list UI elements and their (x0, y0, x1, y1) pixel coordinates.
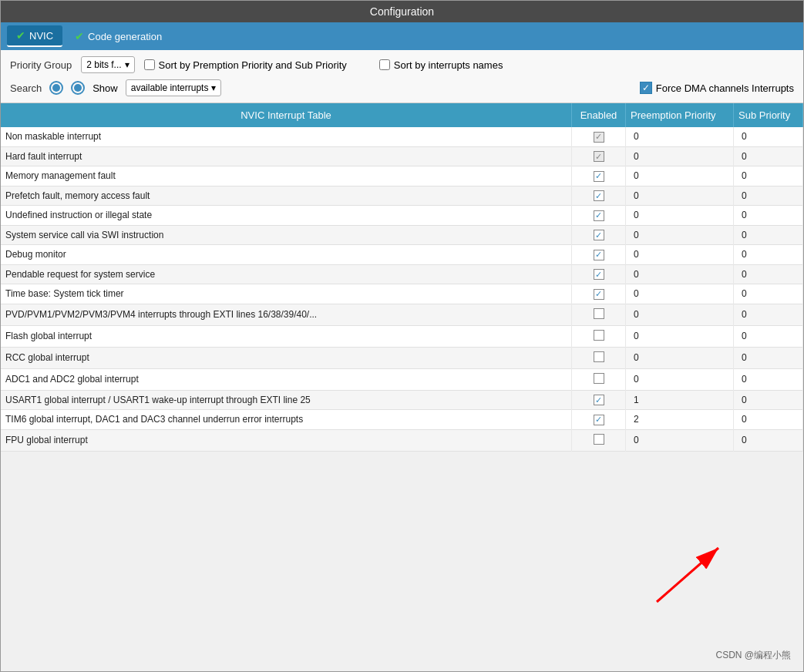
show-select[interactable]: available interrupts ▾ (126, 79, 222, 96)
tab-nvic-label: NVIC (29, 30, 53, 42)
cell-sub-priority: 0 (734, 304, 803, 325)
cell-interrupt-name: Prefetch fault, memory access fault (1, 186, 572, 206)
cell-enabled[interactable] (572, 146, 626, 166)
table-row: PVD/PVM1/PVM2/PVM3/PVM4 interrupts throu… (1, 304, 803, 325)
cell-interrupt-name: Time base: System tick timer (1, 284, 572, 304)
cell-sub-priority: 0 (734, 347, 803, 368)
cell-preemption: 0 (626, 325, 734, 347)
table-row: FPU global interrupt00 (1, 429, 803, 451)
force-dma-label: Force DMA channels Interrupts (656, 82, 794, 94)
sort-interrupts-checkbox-label[interactable]: Sort by interrupts names (379, 59, 503, 71)
cell-interrupt-name: Non maskable interrupt (1, 127, 572, 146)
configuration-window: Configuration ✔ NVIC ✔ Code generation P… (0, 0, 804, 672)
cell-enabled[interactable] (572, 410, 626, 430)
enabled-checkbox[interactable] (594, 415, 604, 425)
cell-sub-priority: 0 (734, 325, 803, 347)
bottom-area (1, 563, 803, 671)
tab-nvic[interactable]: ✔ NVIC (7, 25, 62, 47)
cell-enabled[interactable] (572, 186, 626, 206)
col-header-name: NVIC Interrupt Table (1, 103, 572, 127)
enabled-checkbox[interactable] (594, 190, 604, 201)
sort-premption-checkbox[interactable] (144, 59, 155, 70)
enabled-checkbox[interactable] (594, 230, 604, 240)
table-row: USART1 global interrupt / USART1 wake-up… (1, 390, 803, 410)
cell-preemption: 0 (626, 368, 734, 390)
svg-line-1 (657, 548, 718, 602)
cell-preemption: 0 (626, 347, 734, 368)
cell-interrupt-name: ADC1 and ADC2 global interrupt (1, 368, 572, 390)
search-radio-btn[interactable] (49, 81, 63, 95)
table-row: Non maskable interrupt00 (1, 127, 803, 146)
table-row: Undefined instruction or illegal state00 (1, 206, 803, 226)
tab-code-gen-label: Code generation (88, 31, 162, 42)
cell-sub-priority: 0 (734, 127, 803, 146)
cell-sub-priority: 0 (734, 186, 803, 206)
table-row: RCC global interrupt00 (1, 347, 803, 368)
sort-premption-checkbox-label[interactable]: Sort by Premption Priority and Sub Prior… (144, 59, 347, 71)
table-row: Hard fault interrupt00 (1, 146, 803, 166)
tab-code-generation[interactable]: ✔ Code generation (66, 26, 171, 46)
code-gen-check-icon: ✔ (75, 30, 84, 42)
priority-group-chevron: ▾ (125, 59, 130, 70)
cell-sub-priority: 0 (734, 206, 803, 226)
priority-group-select[interactable]: 2 bits f... ▾ (81, 56, 134, 73)
table-container: NVIC Interrupt Table Enabled Preemption … (1, 103, 803, 563)
cell-enabled[interactable] (572, 206, 626, 226)
enabled-checkbox[interactable] (594, 330, 604, 341)
cell-enabled[interactable] (572, 284, 626, 304)
show-radio-btn[interactable] (71, 81, 85, 95)
cell-preemption: 0 (626, 245, 734, 265)
enabled-checkbox[interactable] (594, 308, 604, 319)
cell-enabled[interactable] (572, 368, 626, 390)
sort-interrupts-label: Sort by interrupts names (394, 59, 503, 71)
cell-enabled[interactable] (572, 390, 626, 410)
search-label: Search (10, 82, 42, 94)
table-row: Memory management fault00 (1, 166, 803, 186)
cell-interrupt-name: Debug monitor (1, 245, 572, 265)
enabled-checkbox[interactable] (594, 395, 604, 405)
show-radio-inner (74, 84, 82, 92)
enabled-checkbox[interactable] (594, 210, 604, 221)
enabled-checkbox[interactable] (594, 132, 604, 143)
cell-interrupt-name: Pendable request for system service (1, 264, 572, 284)
cell-enabled[interactable] (572, 429, 626, 451)
cell-enabled[interactable] (572, 347, 626, 368)
cell-enabled[interactable] (572, 166, 626, 186)
cell-interrupt-name: RCC global interrupt (1, 347, 572, 368)
cell-interrupt-name: USART1 global interrupt / USART1 wake-up… (1, 390, 572, 410)
cell-interrupt-name: System service call via SWI instruction (1, 225, 572, 245)
cell-enabled[interactable] (572, 127, 626, 146)
show-value: available interrupts (131, 82, 209, 93)
enabled-checkbox[interactable] (594, 151, 604, 162)
cell-interrupt-name: Flash global interrupt (1, 325, 572, 347)
sort-premption-label: Sort by Premption Priority and Sub Prior… (159, 59, 347, 71)
cell-enabled[interactable] (572, 304, 626, 325)
cell-enabled[interactable] (572, 325, 626, 347)
sort-interrupts-checkbox[interactable] (379, 59, 390, 70)
cell-preemption: 0 (626, 166, 734, 186)
cell-preemption: 0 (626, 146, 734, 166)
enabled-checkbox[interactable] (594, 269, 604, 280)
cell-interrupt-name: FPU global interrupt (1, 429, 572, 451)
window-title: Configuration (370, 5, 434, 18)
col-header-enabled: Enabled (572, 103, 626, 127)
cell-enabled[interactable] (572, 225, 626, 245)
enabled-checkbox[interactable] (594, 250, 604, 260)
tabs-bar: ✔ NVIC ✔ Code generation (1, 22, 803, 50)
cell-enabled[interactable] (572, 245, 626, 265)
table-row: Debug monitor00 (1, 245, 803, 265)
enabled-checkbox[interactable] (594, 171, 604, 182)
search-radio-inner (52, 84, 60, 92)
annotation-arrow (611, 517, 765, 610)
cell-sub-priority: 0 (734, 225, 803, 245)
col-header-preemption: Preemption Priority (626, 103, 734, 127)
cell-preemption: 1 (626, 390, 734, 410)
enabled-checkbox[interactable] (594, 373, 604, 384)
cell-interrupt-name: Undefined instruction or illegal state (1, 206, 572, 226)
enabled-checkbox[interactable] (594, 351, 604, 362)
toolbar-row-1: Priority Group 2 bits f... ▾ Sort by Pre… (10, 56, 794, 73)
cell-enabled[interactable] (572, 264, 626, 284)
force-dma-checkbox[interactable] (640, 82, 652, 94)
enabled-checkbox[interactable] (594, 434, 604, 445)
enabled-checkbox[interactable] (594, 289, 604, 300)
